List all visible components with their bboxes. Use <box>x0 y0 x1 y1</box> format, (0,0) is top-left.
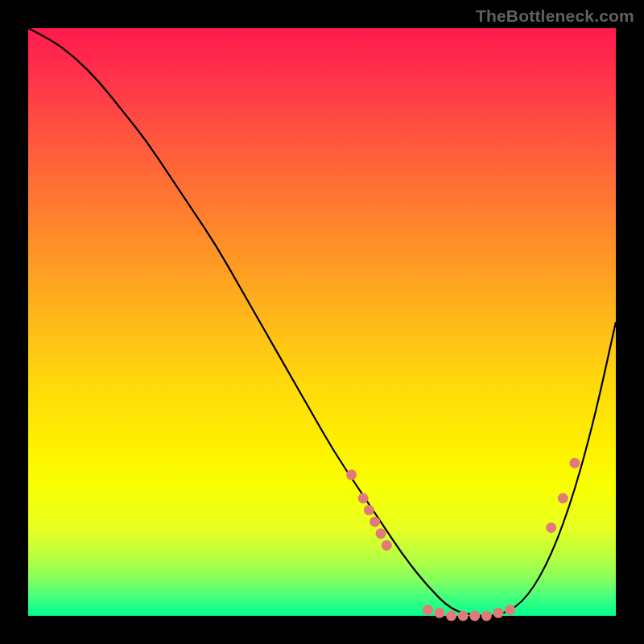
curve-svg <box>28 28 616 616</box>
highlight-dot <box>346 469 357 480</box>
highlight-dot <box>558 493 568 504</box>
highlight-dot <box>435 608 445 618</box>
highlight-dot <box>569 458 580 469</box>
highlight-dot <box>376 528 386 539</box>
highlight-dot <box>546 522 556 533</box>
highlight-dot <box>382 540 392 551</box>
highlight-dot <box>369 517 380 527</box>
highlight-dot <box>364 505 374 515</box>
highlight-dot <box>423 605 433 615</box>
highlight-dot <box>358 493 369 504</box>
highlight-dot <box>505 605 515 615</box>
highlight-dot <box>458 611 469 621</box>
watermark-text: TheBottleneck.com <box>476 6 634 26</box>
highlight-dot <box>446 611 456 621</box>
plot-area <box>28 28 616 616</box>
bottleneck-curve <box>28 28 616 616</box>
highlight-dot <box>469 611 480 621</box>
highlight-dot <box>493 608 504 618</box>
highlight-dots-group <box>346 458 580 621</box>
highlight-dot <box>481 611 492 621</box>
chart-container: TheBottleneck.com <box>0 0 644 644</box>
